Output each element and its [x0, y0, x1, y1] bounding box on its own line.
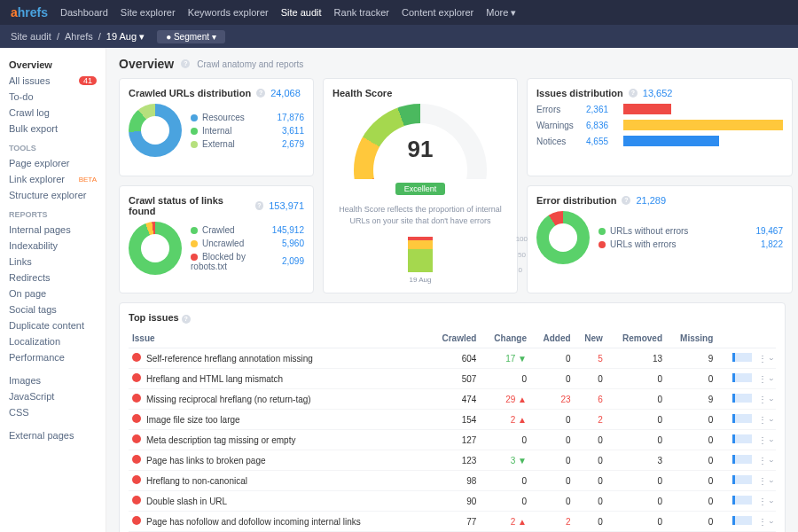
legend-row[interactable]: Uncrawled5,960: [191, 237, 304, 250]
col-header[interactable]: Change: [480, 329, 530, 348]
sparkline: [732, 394, 752, 403]
error-icon: [132, 496, 141, 505]
card-top-issues: Top issues ? IssueCrawledChangeAddedNewR…: [119, 302, 786, 532]
sidebar-item-crawl-log[interactable]: Crawl log: [0, 105, 106, 121]
card-health-score: Health Score 91 Excellent Health Score r…: [323, 78, 518, 293]
chevron-down-icon[interactable]: ›: [767, 440, 776, 442]
logo[interactable]: ahrefs: [11, 5, 48, 20]
sidebar-item-social-tags[interactable]: Social tags: [0, 301, 106, 317]
info-icon[interactable]: ?: [629, 89, 638, 98]
card-crawl-status: Crawl status of links found ? 153,971 Cr…: [119, 185, 314, 294]
info-icon[interactable]: ?: [181, 59, 190, 68]
sidebar-item-link-explorer[interactable]: Link explorerBETA: [0, 171, 106, 187]
nav-item-site-explorer[interactable]: Site explorer: [121, 7, 176, 18]
health-score-value: 91: [354, 136, 487, 163]
nav-item-content-explorer[interactable]: Content explorer: [402, 7, 473, 18]
error-icon: [132, 373, 141, 382]
nav-item-dashboard[interactable]: Dashboard: [60, 7, 108, 18]
table-row[interactable]: Hreflang to non-canonical9800000 ⋮ ›: [129, 471, 776, 491]
chevron-down-icon[interactable]: ›: [767, 521, 776, 524]
col-header[interactable]: New: [575, 329, 606, 348]
crumb-project[interactable]: Ahrefs: [65, 31, 93, 42]
chevron-down-icon[interactable]: ›: [767, 379, 776, 381]
col-header[interactable]: Removed: [606, 329, 666, 348]
table-row[interactable]: Missing reciprocal hreflang (no return-t…: [129, 389, 776, 410]
sidebar-item-indexability[interactable]: Indexability: [0, 238, 106, 254]
legend-row[interactable]: Blocked by robots.txt2,099: [191, 250, 304, 273]
bar-item[interactable]: Notices4,655: [536, 136, 783, 146]
sidebar-item-external-pages[interactable]: External pages: [0, 427, 106, 443]
table-row[interactable]: Page has nofollow and dofollow incoming …: [129, 512, 776, 532]
sparkline: [732, 373, 752, 382]
legend-row[interactable]: URLs without errors19,467: [598, 224, 783, 238]
sparkline: [732, 516, 752, 525]
bar-item[interactable]: Warnings6,836: [536, 120, 783, 130]
info-icon[interactable]: ?: [622, 196, 630, 205]
sidebar-item-internal-pages[interactable]: Internal pages: [0, 222, 106, 238]
sidebar-item-overview[interactable]: Overview: [0, 57, 106, 73]
sparkline: [732, 414, 752, 423]
sidebar-item-bulk-export[interactable]: Bulk export: [0, 121, 106, 137]
legend-row[interactable]: Resources17,876: [191, 111, 304, 124]
badge: 41: [79, 76, 97, 85]
error-icon: [132, 475, 141, 484]
chevron-down-icon[interactable]: ›: [767, 481, 776, 483]
nav-item-site-audit[interactable]: Site audit: [281, 7, 322, 18]
col-header[interactable]: Missing: [666, 329, 716, 348]
sidebar-item-structure-explorer[interactable]: Structure explorer: [0, 187, 106, 203]
sidebar-item-javascript[interactable]: JavaScript: [0, 388, 106, 404]
info-icon[interactable]: ?: [182, 315, 191, 324]
bar-item[interactable]: Errors2,361: [536, 104, 783, 114]
sidebar-item-localization[interactable]: Localization: [0, 333, 106, 349]
chevron-down-icon[interactable]: ›: [767, 460, 776, 463]
col-header[interactable]: Added: [530, 329, 575, 348]
table-row[interactable]: Double slash in URL9000000 ⋮ ›: [129, 491, 776, 512]
sparkline: [732, 455, 752, 464]
sidebar-item-to-do[interactable]: To-do: [0, 89, 106, 105]
info-icon[interactable]: ?: [255, 201, 264, 210]
error-icon: [132, 434, 141, 443]
sidebar-item-duplicate-content[interactable]: Duplicate content: [0, 317, 106, 333]
main-content: Overview ? Crawl anatomy and reports Cra…: [106, 48, 798, 532]
table-row[interactable]: Hreflang and HTML lang mismatch50700000 …: [129, 369, 776, 389]
col-header[interactable]: Issue: [129, 329, 427, 348]
sidebar-item-images[interactable]: Images: [0, 372, 106, 388]
legend-row[interactable]: Internal3,611: [191, 124, 304, 137]
chevron-down-icon[interactable]: ›: [767, 501, 776, 504]
sidebar-item-on-page[interactable]: On page: [0, 286, 106, 301]
chevron-down-icon[interactable]: ›: [767, 358, 776, 361]
legend-row[interactable]: URLs with errors1,822: [598, 238, 783, 251]
donut-crawled-urls: [129, 104, 182, 157]
table-row[interactable]: Self-reference hreflang annotation missi…: [129, 348, 776, 369]
col-header[interactable]: [716, 329, 776, 348]
error-icon: [132, 455, 141, 464]
chevron-down-icon[interactable]: ›: [767, 419, 776, 422]
sparkline: [732, 496, 752, 505]
crumb-date[interactable]: 19 Aug ▾: [106, 31, 145, 43]
crumb-site-audit[interactable]: Site audit: [11, 31, 51, 42]
legend-row[interactable]: External2,679: [191, 137, 304, 151]
page-title: Overview ? Crawl anatomy and reports: [119, 57, 786, 71]
info-icon[interactable]: ?: [256, 89, 265, 98]
table-row[interactable]: Page has links to broken page1233 ▼0030 …: [129, 450, 776, 471]
sidebar-item-page-explorer[interactable]: Page explorer: [0, 155, 106, 171]
nav-item-more-[interactable]: More ▾: [486, 7, 516, 18]
sidebar-item-performance[interactable]: Performance: [0, 349, 106, 365]
segment-selector[interactable]: ● Segment ▾: [157, 30, 225, 43]
error-icon: [132, 414, 141, 423]
sidebar-item-links[interactable]: Links: [0, 254, 106, 270]
col-header[interactable]: Crawled: [427, 329, 480, 348]
sidebar-item-css[interactable]: CSS: [0, 404, 106, 420]
sidebar-head-reports: REPORTS: [0, 203, 106, 222]
nav-item-rank-tracker[interactable]: Rank tracker: [334, 7, 389, 18]
health-note: Health Score reflects the proportion of …: [332, 204, 508, 226]
card-error-distribution: Error distribution ? 21,289 URLs without…: [527, 185, 793, 294]
table-row[interactable]: Image file size too large1542 ▲0200 ⋮ ›: [129, 410, 776, 430]
table-row[interactable]: Meta description tag missing or empty127…: [129, 430, 776, 450]
legend-row[interactable]: Crawled145,912: [191, 223, 304, 237]
donut-error-dist: [536, 211, 590, 264]
sidebar-item-redirects[interactable]: Redirects: [0, 270, 106, 286]
nav-item-keywords-explorer[interactable]: Keywords explorer: [188, 7, 269, 18]
sidebar-item-all-issues[interactable]: All issues41: [0, 73, 106, 89]
chevron-down-icon[interactable]: ›: [767, 399, 776, 402]
